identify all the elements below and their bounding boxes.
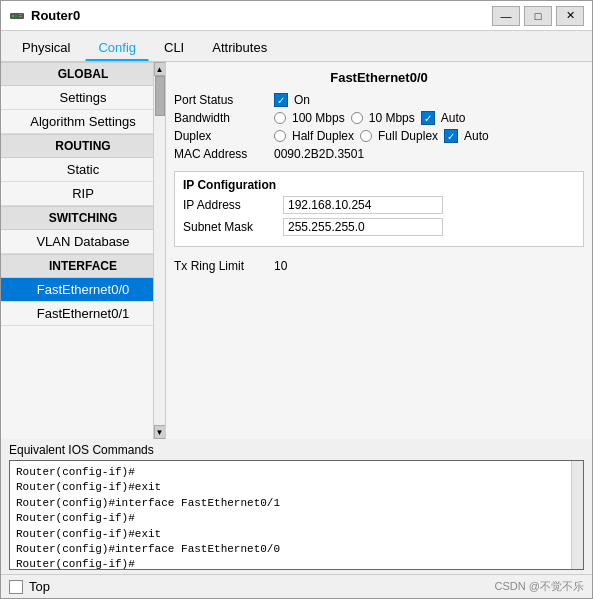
subnet-mask-label: Subnet Mask xyxy=(183,220,283,234)
duplex-auto-checkbox[interactable] xyxy=(444,129,458,143)
console-line-0: Router(config-if)# xyxy=(16,465,577,480)
right-panel: FastEthernet0/0 Port Status On Bandwidth… xyxy=(166,62,592,439)
console-line-1: Router(config-if)#exit xyxy=(16,480,577,495)
sidebar-item-vlan-database[interactable]: VLAN Database xyxy=(1,230,165,254)
interface-title: FastEthernet0/0 xyxy=(174,70,584,85)
console-line-3: Router(config-if)# xyxy=(16,511,577,526)
scroll-down-button[interactable]: ▼ xyxy=(154,425,166,439)
subnet-mask-row: Subnet Mask xyxy=(183,218,575,236)
port-status-label: Port Status xyxy=(174,93,274,107)
duplex-label: Duplex xyxy=(174,129,274,143)
scroll-thumb[interactable] xyxy=(155,76,165,116)
top-checkbox-row: Top xyxy=(9,579,50,594)
svg-rect-3 xyxy=(19,14,22,15)
subnet-mask-input[interactable] xyxy=(283,218,443,236)
console-line-5: Router(config)#interface FastEthernet0/0 xyxy=(16,542,577,557)
full-duplex-label: Full Duplex xyxy=(378,129,438,143)
title-controls: — □ ✕ xyxy=(492,6,584,26)
console-line-2: Router(config)#interface FastEthernet0/1 xyxy=(16,496,577,511)
ip-config-title: IP Configuration xyxy=(183,178,575,192)
duplex-row: Duplex Half Duplex Full Duplex Auto xyxy=(174,129,584,143)
sidebar-item-fastethernet0-0[interactable]: FastEthernet0/0 xyxy=(1,278,165,302)
bandwidth-row: Bandwidth 100 Mbps 10 Mbps Auto xyxy=(174,111,584,125)
bottom-bar: Top CSDN @不觉不乐 xyxy=(1,574,592,598)
tab-attributes[interactable]: Attributes xyxy=(199,35,280,61)
mac-row: MAC Address 0090.2B2D.3501 xyxy=(174,147,584,161)
bandwidth-auto-label: Auto xyxy=(441,111,466,125)
mac-value: 0090.2B2D.3501 xyxy=(274,147,364,161)
full-duplex-radio[interactable] xyxy=(360,130,372,142)
tab-config[interactable]: Config xyxy=(85,35,149,61)
main-window: Router0 — □ ✕ Physical Config CLI Attrib… xyxy=(0,0,593,599)
bandwidth-100-radio[interactable] xyxy=(274,112,286,124)
bandwidth-10-radio[interactable] xyxy=(351,112,363,124)
sidebar: GLOBAL Settings Algorithm Settings ROUTI… xyxy=(1,62,166,439)
window-title: Router0 xyxy=(31,8,80,23)
title-bar: Router0 — □ ✕ xyxy=(1,1,592,31)
half-duplex-radio[interactable] xyxy=(274,130,286,142)
bandwidth-controls: 100 Mbps 10 Mbps Auto xyxy=(274,111,465,125)
scroll-track xyxy=(154,76,166,425)
port-status-row: Port Status On xyxy=(174,93,584,107)
mac-label: MAC Address xyxy=(174,147,274,161)
port-status-controls: On xyxy=(274,93,310,107)
maximize-button[interactable]: □ xyxy=(524,6,552,26)
console-label: Equivalent IOS Commands xyxy=(9,443,584,457)
svg-rect-4 xyxy=(19,16,22,17)
bandwidth-auto-checkbox[interactable] xyxy=(421,111,435,125)
port-status-checkbox[interactable] xyxy=(274,93,288,107)
top-checkbox[interactable] xyxy=(9,580,23,594)
ip-address-label: IP Address xyxy=(183,198,283,212)
console-line-4: Router(config-if)#exit xyxy=(16,527,577,542)
tab-physical[interactable]: Physical xyxy=(9,35,83,61)
minimize-button[interactable]: — xyxy=(492,6,520,26)
tab-bar: Physical Config CLI Attributes xyxy=(1,31,592,62)
ip-address-input[interactable] xyxy=(283,196,443,214)
sidebar-section-routing: ROUTING xyxy=(1,134,165,158)
sidebar-item-settings[interactable]: Settings xyxy=(1,86,165,110)
sidebar-item-static[interactable]: Static xyxy=(1,158,165,182)
console-area[interactable]: Router(config-if)# Router(config-if)#exi… xyxy=(9,460,584,570)
tab-cli[interactable]: CLI xyxy=(151,35,197,61)
router-icon xyxy=(9,8,25,24)
tx-ring-limit-row: Tx Ring Limit 10 xyxy=(174,259,584,273)
tx-ring-limit-value: 10 xyxy=(274,259,287,273)
sidebar-section-interface: INTERFACE xyxy=(1,254,165,278)
sidebar-item-rip[interactable]: RIP xyxy=(1,182,165,206)
top-label: Top xyxy=(29,579,50,594)
bandwidth-10-label: 10 Mbps xyxy=(369,111,415,125)
bandwidth-100-label: 100 Mbps xyxy=(292,111,345,125)
duplex-controls: Half Duplex Full Duplex Auto xyxy=(274,129,489,143)
port-status-value: On xyxy=(294,93,310,107)
sidebar-section-global: GLOBAL xyxy=(1,62,165,86)
ip-address-row: IP Address xyxy=(183,196,575,214)
main-content: GLOBAL Settings Algorithm Settings ROUTI… xyxy=(1,62,592,439)
sidebar-item-algorithm-settings[interactable]: Algorithm Settings xyxy=(1,110,165,134)
half-duplex-label: Half Duplex xyxy=(292,129,354,143)
tx-ring-limit-label: Tx Ring Limit xyxy=(174,259,274,273)
watermark: CSDN @不觉不乐 xyxy=(495,579,584,594)
close-button[interactable]: ✕ xyxy=(556,6,584,26)
ip-config-box: IP Configuration IP Address Subnet Mask xyxy=(174,171,584,247)
sidebar-section-switching: SWITCHING xyxy=(1,206,165,230)
title-bar-left: Router0 xyxy=(9,8,80,24)
console-line-6: Router(config-if)# xyxy=(16,557,577,570)
svg-point-2 xyxy=(15,15,17,17)
console-scrollbar[interactable] xyxy=(571,461,583,569)
bandwidth-label: Bandwidth xyxy=(174,111,274,125)
sidebar-item-fastethernet0-1[interactable]: FastEthernet0/1 xyxy=(1,302,165,326)
svg-point-1 xyxy=(12,15,14,17)
console-section: Equivalent IOS Commands Router(config-if… xyxy=(1,439,592,574)
sidebar-scrollbar[interactable]: ▲ ▼ xyxy=(153,62,165,439)
duplex-auto-label: Auto xyxy=(464,129,489,143)
scroll-up-button[interactable]: ▲ xyxy=(154,62,166,76)
